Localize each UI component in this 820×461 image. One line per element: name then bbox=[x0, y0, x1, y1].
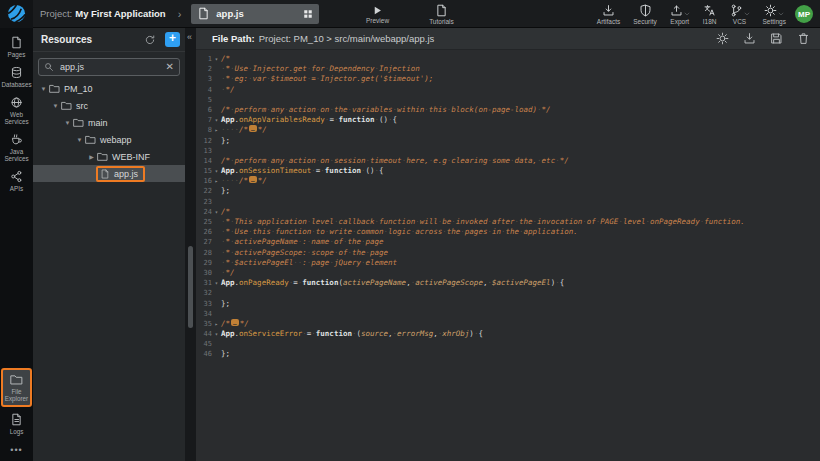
sidebar-item-java-services[interactable]: JavaServices bbox=[1, 133, 32, 162]
line-number: 6 bbox=[196, 105, 212, 115]
security-button[interactable]: Security bbox=[633, 4, 656, 25]
code-line: 23 bbox=[196, 197, 820, 207]
sidebar-item-logs[interactable]: Logs bbox=[1, 413, 32, 435]
expand-arrow-icon[interactable]: ▶ bbox=[87, 153, 96, 160]
code-line: 35 ▸ /*…*/ bbox=[196, 319, 820, 329]
fold-open-icon[interactable]: ▾ bbox=[212, 166, 221, 176]
wavemaker-logo-icon bbox=[0, 0, 33, 28]
fold-closed-icon[interactable]: ▸ bbox=[212, 176, 221, 186]
button-label: Tutorials bbox=[429, 18, 454, 25]
fold-gutter bbox=[212, 146, 221, 156]
sidebar-more-button[interactable]: ••• bbox=[10, 445, 22, 455]
fold-closed-icon[interactable]: ▸ bbox=[212, 125, 221, 135]
folded-code-pill[interactable]: … bbox=[231, 319, 239, 326]
web-services-icon bbox=[10, 96, 23, 109]
folded-code-pill[interactable]: … bbox=[249, 176, 257, 183]
fold-gutter bbox=[212, 217, 221, 227]
code-line: 33 }; bbox=[196, 299, 820, 309]
databases-icon bbox=[10, 66, 23, 79]
line-number: 16 bbox=[196, 176, 212, 186]
folder-icon bbox=[61, 100, 72, 111]
tree-item-webapp[interactable]: ▼ webapp bbox=[33, 131, 185, 148]
code-text: ·*/ bbox=[221, 85, 820, 95]
sidebar-item-label: JavaServices bbox=[4, 148, 28, 162]
sidebar-item-file-explorer[interactable]: FileExplorer bbox=[1, 368, 32, 407]
fold-open-icon[interactable]: ▾ bbox=[212, 329, 221, 339]
line-number: 35 bbox=[196, 319, 212, 329]
i18n-icon bbox=[703, 4, 716, 17]
clear-search-icon[interactable]: ✕ bbox=[166, 62, 174, 72]
tree-item-app.js[interactable]: app.js bbox=[33, 165, 185, 182]
button-label: VCS bbox=[733, 18, 746, 25]
code-area: 1 ▾ /* 2 ·*·Use·Injector.get·for·Depende… bbox=[196, 50, 820, 360]
code-line: 2 ·*·Use·Injector.get·for·Dependency·Inj… bbox=[196, 64, 820, 74]
collapse-arrow-icon[interactable]: ▼ bbox=[39, 86, 48, 92]
settings-button[interactable] bbox=[716, 32, 729, 45]
fold-open-icon[interactable]: ▾ bbox=[212, 115, 221, 125]
code-text bbox=[221, 309, 820, 319]
studio-window: Project: My First Application › app.js P… bbox=[0, 0, 820, 461]
export-button[interactable]: Export bbox=[670, 4, 690, 25]
artifacts-button[interactable]: Artifacts bbox=[597, 4, 620, 25]
sidebar-item-web-services[interactable]: WebServices bbox=[1, 96, 32, 125]
code-text: ·*·activePageName·:·name·of·the·page bbox=[221, 237, 820, 247]
resources-title: Resources bbox=[41, 34, 144, 45]
code-line: 7 ▾ App.onAppVariablesReady·=·function·(… bbox=[196, 115, 820, 125]
code-text: }; bbox=[221, 299, 820, 309]
editor-actions bbox=[716, 32, 810, 45]
folded-code-pill[interactable]: … bbox=[249, 125, 257, 132]
fold-gutter bbox=[212, 258, 221, 268]
apis-icon bbox=[10, 170, 23, 183]
collapse-panel-button[interactable]: « bbox=[187, 33, 192, 42]
tab-appjs[interactable]: app.js bbox=[191, 4, 319, 24]
search-input[interactable] bbox=[58, 61, 162, 73]
code-text: /*…*/ bbox=[221, 319, 820, 329]
button-label: Artifacts bbox=[597, 18, 620, 25]
refresh-icon[interactable] bbox=[144, 34, 156, 46]
code-text: App.onSessionTimeout·=·function·()·{ bbox=[221, 166, 820, 176]
grid-icon[interactable] bbox=[303, 9, 313, 19]
sidebar-item-databases[interactable]: Databases bbox=[1, 66, 32, 88]
collapse-arrow-icon[interactable]: ▼ bbox=[51, 103, 60, 109]
avatar[interactable]: MP bbox=[795, 5, 813, 23]
project-breadcrumb: Project: My First Application bbox=[40, 8, 166, 19]
code-line: 16 ▸ ····/*…*/ bbox=[196, 176, 820, 186]
sidebar-item-pages[interactable]: Pages bbox=[1, 36, 32, 58]
tutorials-button[interactable]: Tutorials bbox=[429, 0, 454, 28]
line-number: 22 bbox=[196, 186, 212, 196]
fold-gutter bbox=[212, 288, 221, 298]
line-number: 46 bbox=[196, 349, 212, 359]
fold-open-icon[interactable]: ▾ bbox=[212, 54, 221, 64]
line-number: 23 bbox=[196, 197, 212, 207]
vcs-icon bbox=[730, 4, 743, 17]
tree-item-pm_10[interactable]: ▼ PM_10 bbox=[33, 80, 185, 97]
fold-open-icon[interactable]: ▾ bbox=[212, 278, 221, 288]
code-line: 25 ·*·This·application·level·callback·fu… bbox=[196, 217, 820, 227]
tree-item-main[interactable]: ▼ main bbox=[33, 114, 185, 131]
vcs-button[interactable]: VCS bbox=[730, 4, 750, 25]
line-number: 4 bbox=[196, 85, 212, 95]
fold-closed-icon[interactable]: ▸ bbox=[212, 319, 221, 329]
tree-item-label: PM_10 bbox=[64, 84, 93, 94]
preview-button[interactable]: Preview bbox=[366, 0, 389, 28]
sidebar-item-apis[interactable]: APIs bbox=[1, 170, 32, 192]
add-resource-button[interactable]: + bbox=[165, 32, 180, 47]
code-text: }; bbox=[221, 136, 820, 146]
collapse-arrow-icon[interactable]: ▼ bbox=[75, 137, 84, 143]
resources-scrollbar-thumb[interactable] bbox=[188, 246, 193, 328]
code-line: 6 /*·perform·any·action·on·the·variables… bbox=[196, 105, 820, 115]
delete-button[interactable] bbox=[797, 32, 810, 45]
tree-item-src[interactable]: ▼ src bbox=[33, 97, 185, 114]
filepath-value: Project: PM_10 > src/main/webapp/app.js bbox=[259, 33, 435, 44]
i18n-button[interactable]: I18N bbox=[703, 4, 717, 25]
tree-item-web-inf[interactable]: ▶ WEB-INF bbox=[33, 148, 185, 165]
line-number: 14 bbox=[196, 156, 212, 166]
file-icon bbox=[100, 169, 110, 179]
fold-open-icon[interactable]: ▾ bbox=[212, 207, 221, 217]
code-line: 44 ▾ App.onServiceError·=·function·(sour… bbox=[196, 329, 820, 339]
collapse-arrow-icon[interactable]: ▼ bbox=[63, 120, 72, 126]
settings-button[interactable]: Settings bbox=[763, 4, 787, 25]
fold-gutter bbox=[212, 349, 221, 359]
save-button[interactable] bbox=[770, 32, 783, 45]
download-button[interactable] bbox=[743, 32, 756, 45]
